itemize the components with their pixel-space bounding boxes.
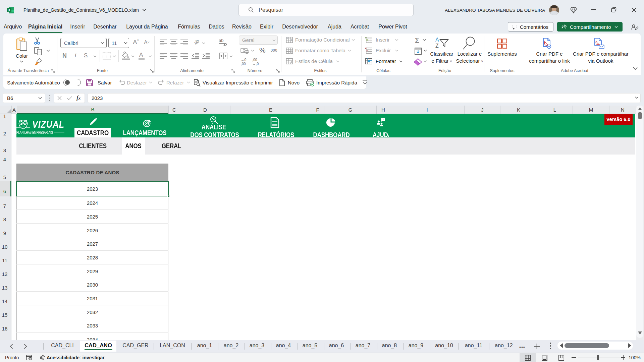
svg-text:Z: Z — [435, 43, 439, 49]
svg-text:?: ? — [382, 118, 384, 121]
svg-text:X: X — [8, 8, 10, 12]
svg-text:A: A — [435, 37, 439, 43]
